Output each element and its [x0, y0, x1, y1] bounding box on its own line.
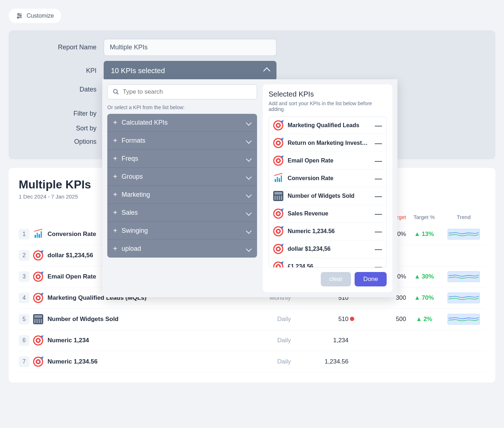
- chevron-down-icon: [246, 156, 252, 162]
- sparkline: [447, 229, 480, 240]
- target-icon: [33, 250, 43, 260]
- category-label: Groups: [122, 173, 143, 180]
- remove-icon[interactable]: —: [375, 210, 382, 218]
- chevron-down-icon: [246, 174, 252, 180]
- header-target-pct: Target %: [406, 214, 442, 220]
- kpi-category-item[interactable]: +Freqs: [107, 150, 257, 168]
- customize-label: Customize: [27, 13, 54, 19]
- kpi-target-pct: ▲ 30%: [406, 273, 442, 280]
- kpi-category-item[interactable]: +Swinging: [107, 222, 257, 240]
- category-label: Sales: [122, 209, 138, 217]
- kpi-value: 1,234: [291, 337, 348, 344]
- svg-line-7: [117, 93, 118, 94]
- kpi-category-item[interactable]: +Marketing: [107, 186, 257, 204]
- plus-icon: +: [113, 191, 117, 199]
- table-row[interactable]: 5Number of Widgets SoldDaily510500▲ 2%: [19, 309, 485, 330]
- plus-icon: +: [113, 119, 117, 127]
- kpi-category-item[interactable]: +Groups: [107, 168, 257, 186]
- selected-kpi-item[interactable]: Conversion Rate—: [269, 170, 386, 187]
- kpi-target: 500: [356, 316, 406, 323]
- config-panel: Report Name KPI 10 KPIs selected Dates F…: [9, 30, 495, 159]
- selected-kpi-item[interactable]: Number of Widgets Sold—: [269, 187, 386, 205]
- options-label: Options: [17, 138, 96, 146]
- kpi-category-item[interactable]: +upload: [107, 240, 257, 258]
- target-icon: [33, 335, 43, 345]
- kpi-value: 1,234.56: [291, 358, 348, 365]
- target-icon: [33, 293, 43, 303]
- remove-icon[interactable]: —: [375, 227, 382, 236]
- status-dot: [350, 317, 354, 321]
- selected-kpi-item[interactable]: Numeric 1,234.56—: [269, 223, 386, 240]
- remove-icon[interactable]: —: [375, 174, 382, 183]
- remove-icon[interactable]: —: [375, 121, 382, 130]
- report-name-label: Report Name: [17, 44, 96, 51]
- kpi-frequency: Daily: [240, 316, 291, 323]
- sort-label: Sort by: [17, 125, 96, 132]
- selected-kpis-list[interactable]: Marketing Qualified Leads—Return on Mark…: [269, 116, 387, 268]
- clear-button[interactable]: clear: [321, 272, 351, 286]
- arrow-up-icon: ▲: [414, 231, 420, 238]
- selected-kpi-item[interactable]: dollar $1,234,56—: [269, 240, 386, 258]
- selected-kpi-item[interactable]: Return on Marketing Investment—: [269, 134, 386, 152]
- selected-kpi-item[interactable]: £1,234.56—: [269, 258, 386, 268]
- kpi-category-item[interactable]: +Sales: [107, 204, 257, 222]
- kpi-dropdown-button[interactable]: 10 KPIs selected: [104, 61, 276, 81]
- sparkline: [447, 271, 480, 282]
- remove-icon[interactable]: —: [375, 157, 382, 165]
- remove-icon[interactable]: —: [375, 263, 382, 268]
- selected-kpi-item[interactable]: Email Open Rate—: [269, 152, 386, 170]
- svg-point-1: [18, 13, 19, 14]
- arrow-up-icon: ▲: [414, 273, 420, 280]
- plus-icon: +: [113, 137, 117, 145]
- selected-kpi-name: Return on Marketing Investment: [288, 140, 370, 146]
- chevron-down-icon: [246, 246, 252, 252]
- svg-point-3: [20, 15, 21, 16]
- selected-kpi-item[interactable]: Sales Revenue—: [269, 205, 386, 223]
- kpi-name: Numeric 1,234.56: [48, 358, 240, 365]
- chevron-down-icon: [246, 138, 252, 144]
- kpi-search-input[interactable]: [123, 88, 252, 95]
- category-label: Freqs: [122, 155, 138, 162]
- target-icon: [273, 244, 283, 254]
- search-icon: [113, 89, 119, 95]
- selected-kpi-name: Number of Widgets Sold: [288, 193, 370, 199]
- kpi-name: Numeric 1,234: [48, 337, 240, 344]
- category-label: upload: [122, 245, 141, 253]
- row-number: 7: [19, 356, 30, 367]
- report-name-input[interactable]: [104, 39, 276, 56]
- remove-icon[interactable]: —: [375, 139, 382, 147]
- kpi-name: Number of Widgets Sold: [48, 316, 240, 323]
- target-icon: [273, 209, 283, 219]
- sparkline: [447, 293, 480, 303]
- kpi-target-pct: ▲ 13%: [406, 231, 442, 238]
- calculator-icon: [33, 314, 43, 324]
- kpi-category-list: +Calculated KPIs+Formats+Freqs+Groups+Ma…: [107, 114, 257, 258]
- category-label: Swinging: [122, 227, 148, 235]
- kpi-category-item[interactable]: +Calculated KPIs: [107, 114, 257, 132]
- row-number: 3: [19, 271, 30, 282]
- arrow-up-icon: ▲: [414, 294, 420, 302]
- remove-icon[interactable]: —: [375, 192, 382, 200]
- selected-kpi-name: Marketing Qualified Leads: [288, 122, 370, 129]
- kpi-search-box[interactable]: [107, 84, 257, 99]
- target-icon: [273, 262, 283, 268]
- kpi-value: 510: [291, 316, 348, 323]
- row-number: 1: [19, 229, 30, 240]
- customize-button[interactable]: Customize: [9, 9, 61, 23]
- kpi-dropdown-panel: Or select a KPI from the list below: +Ca…: [102, 79, 397, 297]
- selected-kpis-title: Selected KPIs: [269, 90, 387, 98]
- kpi-category-item[interactable]: +Formats: [107, 132, 257, 150]
- table-row[interactable]: 7Numeric 1,234.56Daily1,234.56: [19, 351, 485, 373]
- done-button[interactable]: Done: [355, 272, 387, 286]
- header-trend: Trend: [442, 214, 485, 220]
- remove-icon[interactable]: —: [375, 245, 382, 253]
- target-icon: [273, 138, 283, 148]
- table-row[interactable]: 6Numeric 1,234Daily1,234: [19, 330, 485, 351]
- target-icon: [273, 120, 283, 130]
- arrow-up-icon: ▲: [416, 316, 422, 323]
- target-icon: [273, 156, 283, 166]
- row-number: 5: [19, 314, 30, 325]
- kpi-label: KPI: [17, 67, 96, 75]
- target-icon: [33, 272, 43, 282]
- selected-kpi-item[interactable]: Marketing Qualified Leads—: [269, 117, 386, 134]
